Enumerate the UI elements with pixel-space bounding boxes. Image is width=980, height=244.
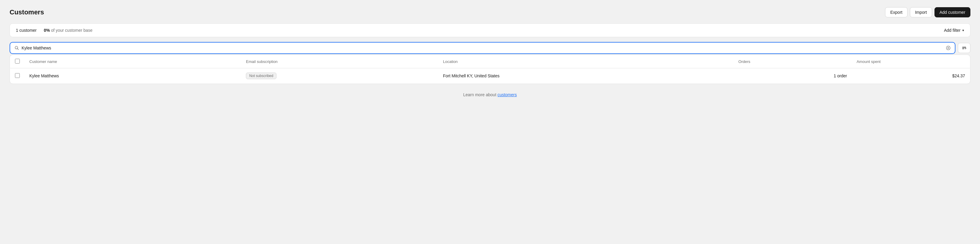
header-actions: Export Import Add customer	[885, 7, 970, 18]
search-input[interactable]	[22, 46, 943, 50]
select-all-column	[10, 55, 25, 69]
import-button[interactable]: Import	[910, 7, 932, 18]
select-all-checkbox[interactable]	[15, 59, 20, 64]
customers-link[interactable]: customers	[498, 92, 517, 97]
column-header-email: Email subscription	[241, 55, 438, 69]
column-header-amount: Amount spent	[852, 55, 970, 69]
page-header: Customers Export Import Add customer	[10, 7, 970, 18]
table-row: Kylee Matthews Not subscribed Fort Mitch…	[10, 69, 970, 84]
column-header-name: Customer name	[25, 55, 241, 69]
customers-table-wrap: Customer name Email subscription Locatio…	[10, 54, 970, 84]
percent-value: 0%	[44, 28, 50, 33]
row-location-cell: Fort Mitchell KY, United States	[438, 69, 733, 84]
table-header-row: Customer name Email subscription Locatio…	[10, 55, 970, 69]
footer-learn: Learn more about customers	[10, 92, 970, 97]
search-row	[10, 42, 970, 54]
footer-learn-text: Learn more about	[463, 92, 498, 97]
row-amount-cell: $24.37	[852, 69, 970, 84]
search-icon	[14, 46, 19, 50]
chevron-down-icon: ▾	[963, 29, 964, 32]
search-wrapper	[10, 42, 955, 54]
customer-name-link[interactable]: Kylee Matthews	[29, 73, 59, 78]
customers-table: Customer name Email subscription Locatio…	[10, 55, 970, 84]
add-filter-label: Add filter	[944, 28, 961, 33]
customer-percent: 0% of your customer base	[44, 28, 92, 33]
percent-text: of your customer base	[51, 28, 92, 33]
row-orders-cell: 1 order	[733, 69, 852, 84]
row-checkbox[interactable]	[15, 73, 20, 78]
customer-count: 1 customer	[16, 28, 37, 33]
search-clear-button[interactable]	[946, 46, 951, 50]
export-button[interactable]: Export	[885, 7, 907, 18]
add-customer-button[interactable]: Add customer	[934, 7, 970, 18]
add-filter-button[interactable]: Add filter ▾	[944, 28, 964, 33]
page-title: Customers	[10, 8, 44, 16]
row-name-cell: Kylee Matthews	[25, 69, 241, 84]
page-container: Customers Export Import Add customer 1 c…	[0, 0, 980, 104]
not-subscribed-badge: Not subscribed	[246, 73, 277, 79]
stats-bar: 1 customer 0% of your customer base Add …	[10, 23, 970, 37]
row-checkbox-cell	[10, 69, 25, 84]
stats-left: 1 customer 0% of your customer base	[16, 28, 92, 33]
row-email-cell: Not subscribed	[241, 69, 438, 84]
sort-button[interactable]	[958, 43, 970, 53]
column-header-location: Location	[438, 55, 733, 69]
svg-line-1	[18, 49, 19, 50]
column-header-orders: Orders	[733, 55, 852, 69]
